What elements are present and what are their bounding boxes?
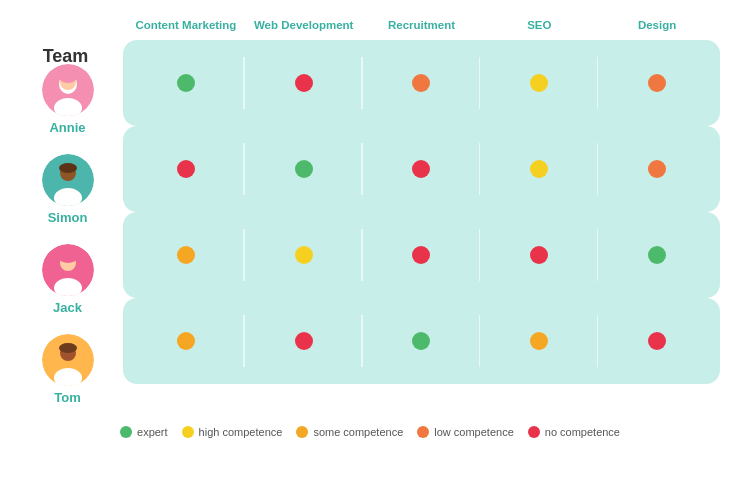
col-header-design: Design [598, 18, 716, 33]
legend-item-expert: expert [120, 426, 168, 438]
cell-tom-recruitment [363, 298, 481, 384]
legend-item-low-competence: low competence [417, 426, 514, 438]
cell-annie-design [598, 40, 716, 126]
legend-item-no-competence: no competence [528, 426, 620, 438]
svg-point-12 [59, 253, 77, 263]
cell-tom-web-development [245, 298, 363, 384]
data-row-tom [123, 298, 720, 384]
dot-green [177, 74, 195, 92]
dot-red [295, 332, 313, 350]
dot-yellow [530, 74, 548, 92]
team-label: Team [43, 18, 93, 56]
dot-red [412, 246, 430, 264]
cell-annie-content-marketing [127, 40, 245, 126]
dot-red-orange [412, 74, 430, 92]
legend-label-expert: expert [137, 426, 168, 438]
col-header-recruitment: Recruitment [363, 18, 481, 33]
cell-annie-recruitment [363, 40, 481, 126]
dot-red-orange [648, 160, 666, 178]
cell-simon-recruitment [363, 126, 481, 212]
cell-simon-web-development [245, 126, 363, 212]
data-row-annie [123, 40, 720, 126]
dot-red [412, 160, 430, 178]
avatar-jack: Jack [42, 236, 94, 322]
cell-jack-recruitment [363, 212, 481, 298]
dot-yellow [295, 246, 313, 264]
cell-jack-web-development [245, 212, 363, 298]
dot-red [295, 74, 313, 92]
col-header-web-development: Web Development [245, 18, 363, 33]
legend-item-high-competence: high competence [182, 426, 283, 438]
cell-simon-design [598, 126, 716, 212]
col-header-content-marketing: Content Marketing [127, 18, 245, 33]
legend-dot-some-competence [296, 426, 308, 438]
dot-red [648, 332, 666, 350]
cell-annie-web-development [245, 40, 363, 126]
cell-jack-content-marketing [127, 212, 245, 298]
avatar-name-jack: Jack [53, 300, 82, 315]
cell-tom-content-marketing [127, 298, 245, 384]
dot-red [530, 246, 548, 264]
avatar-name-annie: Annie [49, 120, 85, 135]
cell-tom-seo [480, 298, 598, 384]
legend-label-low-competence: low competence [434, 426, 514, 438]
cell-simon-content-marketing [127, 126, 245, 212]
legend-dot-high-competence [182, 426, 194, 438]
data-row-simon [123, 126, 720, 212]
cell-annie-seo [480, 40, 598, 126]
cell-jack-seo [480, 212, 598, 298]
legend-dot-no-competence [528, 426, 540, 438]
avatar-tom: Tom [42, 326, 94, 412]
avatar-name-simon: Simon [48, 210, 88, 225]
svg-point-16 [59, 343, 77, 353]
dot-red-orange [648, 74, 666, 92]
legend-dot-low-competence [417, 426, 429, 438]
legend-dot-expert [120, 426, 132, 438]
data-row-jack [123, 212, 720, 298]
dot-green [412, 332, 430, 350]
legend-label-high-competence: high competence [199, 426, 283, 438]
avatar-name-tom: Tom [54, 390, 80, 405]
dot-green [295, 160, 313, 178]
svg-point-4 [59, 71, 77, 83]
col-header-seo: SEO [480, 18, 598, 33]
dot-orange [530, 332, 548, 350]
legend-label-no-competence: no competence [545, 426, 620, 438]
legend-item-some-competence: some competence [296, 426, 403, 438]
svg-point-8 [59, 163, 77, 173]
legend-label-some-competence: some competence [313, 426, 403, 438]
cell-simon-seo [480, 126, 598, 212]
dot-orange [177, 332, 195, 350]
dot-green [648, 246, 666, 264]
cell-tom-design [598, 298, 716, 384]
dot-red [177, 160, 195, 178]
dot-yellow [530, 160, 548, 178]
avatar-simon: Simon [42, 146, 94, 232]
avatar-annie: Annie [42, 56, 94, 142]
cell-jack-design [598, 212, 716, 298]
dot-orange [177, 246, 195, 264]
